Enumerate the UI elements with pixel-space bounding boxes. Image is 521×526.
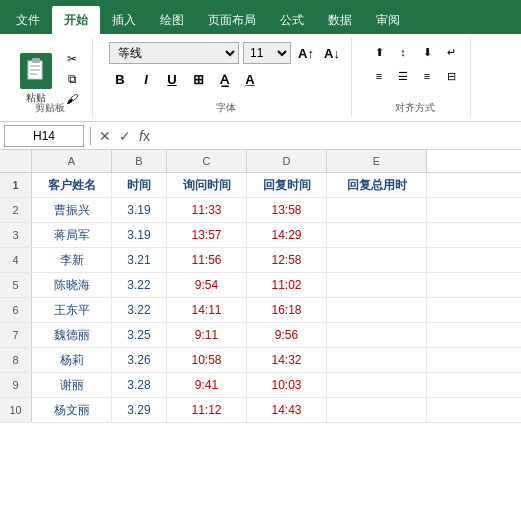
col-header-e[interactable]: E [327,150,427,172]
underline-button[interactable]: U [161,68,183,90]
cell-a3[interactable]: 蒋局军 [32,223,112,247]
font-size-select[interactable]: 11 [243,42,291,64]
cell-b10[interactable]: 3.29 [112,398,167,422]
formula-input[interactable] [156,125,517,147]
align-left-button[interactable]: ≡ [368,66,390,86]
cell-c5[interactable]: 9:54 [167,273,247,297]
tab-data[interactable]: 数据 [316,6,364,34]
tab-formulas[interactable]: 公式 [268,6,316,34]
copy-button[interactable]: ⧉ [60,70,84,88]
tab-draw[interactable]: 绘图 [148,6,196,34]
cell-a2[interactable]: 曹振兴 [32,198,112,222]
row-num-2: 2 [0,198,32,222]
cut-button[interactable]: ✂ [60,50,84,68]
cell-c10[interactable]: 11:12 [167,398,247,422]
cell-d7[interactable]: 9:56 [247,323,327,347]
cancel-formula-button[interactable]: ✕ [97,126,113,146]
cell-e7[interactable] [327,323,427,347]
confirm-formula-button[interactable]: ✓ [117,126,133,146]
border-button[interactable]: ⊞ [187,68,209,90]
tab-insert[interactable]: 插入 [100,6,148,34]
cell-a4[interactable]: 李新 [32,248,112,272]
cell-c4[interactable]: 11:56 [167,248,247,272]
row-num-10: 10 [0,398,32,422]
cell-e5[interactable] [327,273,427,297]
cell-a5[interactable]: 陈晓海 [32,273,112,297]
cell-e2[interactable] [327,198,427,222]
cell-c2[interactable]: 11:33 [167,198,247,222]
font-group: 等线 11 A↑ A↓ B I U ⊞ A̲ A 字体 [101,38,352,117]
align-bottom-button[interactable]: ⬇ [416,42,438,62]
tab-file[interactable]: 文件 [4,6,52,34]
cell-d2[interactable]: 13:58 [247,198,327,222]
cell-b9[interactable]: 3.28 [112,373,167,397]
cell-d5[interactable]: 11:02 [247,273,327,297]
cell-b8[interactable]: 3.26 [112,348,167,372]
cell-c9[interactable]: 9:41 [167,373,247,397]
tab-home[interactable]: 开始 [52,6,100,34]
cell-d8[interactable]: 14:32 [247,348,327,372]
col-header-d[interactable]: D [247,150,327,172]
wrap-text-button[interactable]: ↵ [440,42,462,62]
cell-a6[interactable]: 王东平 [32,298,112,322]
name-box[interactable] [4,125,84,147]
bold-button[interactable]: B [109,68,131,90]
cell-a1[interactable]: 客户姓名 [32,173,112,197]
cell-c1[interactable]: 询问时间 [167,173,247,197]
merge-button[interactable]: ⊟ [440,66,462,86]
cell-d4[interactable]: 12:58 [247,248,327,272]
cell-e1[interactable]: 回复总用时 [327,173,427,197]
cell-a7[interactable]: 魏德丽 [32,323,112,347]
cell-e9[interactable] [327,373,427,397]
tab-review[interactable]: 审阅 [364,6,412,34]
fill-color-button[interactable]: A̲ [213,68,235,90]
table-row: 7魏德丽3.259:119:56 [0,323,521,348]
cell-e10[interactable] [327,398,427,422]
cell-c3[interactable]: 13:57 [167,223,247,247]
cell-d9[interactable]: 10:03 [247,373,327,397]
formula-bar: ✕ ✓ fx [0,122,521,150]
col-header-b[interactable]: B [112,150,167,172]
decrease-font-button[interactable]: A↓ [321,42,343,64]
cell-c7[interactable]: 9:11 [167,323,247,347]
cell-e4[interactable] [327,248,427,272]
font-name-select[interactable]: 等线 [109,42,239,64]
font-row-2: B I U ⊞ A̲ A [109,68,343,90]
cell-b5[interactable]: 3.22 [112,273,167,297]
align-center-button[interactable]: ☰ [392,66,414,86]
table-row: 3蒋局军3.1913:5714:29 [0,223,521,248]
cell-e3[interactable] [327,223,427,247]
cell-b4[interactable]: 3.21 [112,248,167,272]
align-middle-button[interactable]: ↕ [392,42,414,62]
col-header-a[interactable]: A [32,150,112,172]
cell-b1[interactable]: 时间 [112,173,167,197]
cell-a10[interactable]: 杨文丽 [32,398,112,422]
font-color-button[interactable]: A [239,68,261,90]
col-header-c[interactable]: C [167,150,247,172]
cell-d1[interactable]: 回复时间 [247,173,327,197]
cell-e6[interactable] [327,298,427,322]
tab-page-layout[interactable]: 页面布局 [196,6,268,34]
increase-font-button[interactable]: A↑ [295,42,317,64]
insert-function-button[interactable]: fx [137,126,152,146]
align-right-button[interactable]: ≡ [416,66,438,86]
cell-d10[interactable]: 14:43 [247,398,327,422]
italic-button[interactable]: I [135,68,157,90]
cell-a9[interactable]: 谢丽 [32,373,112,397]
cell-b3[interactable]: 3.19 [112,223,167,247]
data-rows: 2曹振兴3.1911:3313:583蒋局军3.1913:5714:294李新3… [0,198,521,423]
align-top-button[interactable]: ⬆ [368,42,390,62]
paste-button[interactable]: 粘贴 [16,51,56,107]
cell-e8[interactable] [327,348,427,372]
corner-cell [0,150,32,172]
cell-c6[interactable]: 14:11 [167,298,247,322]
cell-b2[interactable]: 3.19 [112,198,167,222]
cell-c8[interactable]: 10:58 [167,348,247,372]
cell-d6[interactable]: 16:18 [247,298,327,322]
cell-a8[interactable]: 杨莉 [32,348,112,372]
cell-b7[interactable]: 3.25 [112,323,167,347]
cell-d3[interactable]: 14:29 [247,223,327,247]
table-row: 6王东平3.2214:1116:18 [0,298,521,323]
table-row: 8杨莉3.2610:5814:32 [0,348,521,373]
cell-b6[interactable]: 3.22 [112,298,167,322]
